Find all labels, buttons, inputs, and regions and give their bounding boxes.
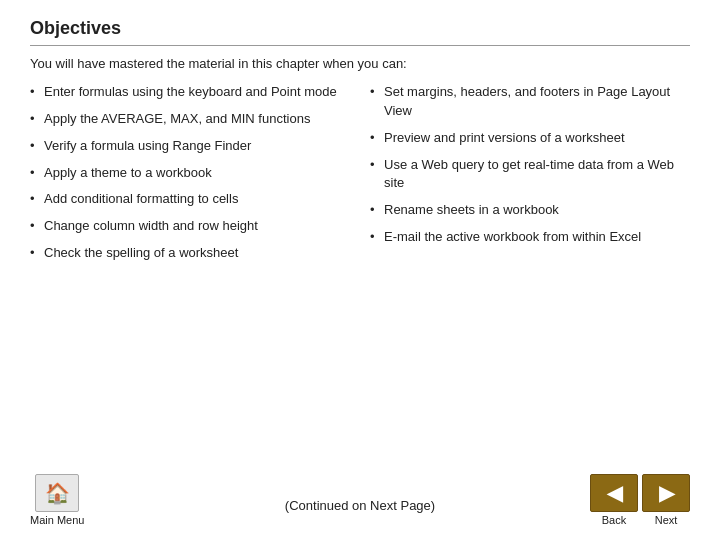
right-list: Set margins, headers, and footers in Pag… [370, 83, 690, 247]
list-item: Use a Web query to get real-time data fr… [370, 156, 690, 194]
list-item: Rename sheets in a workbook [370, 201, 690, 220]
footer: (Continued on Next Page) 🏠 Main Menu ◀ B… [30, 476, 690, 530]
page-title: Objectives [30, 18, 690, 39]
left-column: Enter formulas using the keyboard and Po… [30, 83, 350, 476]
right-column: Set margins, headers, and footers in Pag… [370, 83, 690, 476]
back-label: Back [602, 514, 626, 526]
intro-text: You will have mastered the material in t… [30, 56, 690, 71]
home-icon: 🏠 [45, 481, 70, 505]
list-item: Apply a theme to a workbook [30, 164, 350, 183]
list-item: Preview and print versions of a workshee… [370, 129, 690, 148]
title-divider [30, 45, 690, 46]
left-list: Enter formulas using the keyboard and Po… [30, 83, 350, 263]
page: Objectives You will have mastered the ma… [0, 0, 720, 540]
main-menu-button[interactable]: 🏠 [35, 474, 79, 512]
list-item: Change column width and row height [30, 217, 350, 236]
content-columns: Enter formulas using the keyboard and Po… [30, 83, 690, 476]
next-btn-wrapper: ▶ Next [642, 474, 690, 526]
next-arrow: ▶ [659, 481, 674, 505]
list-item: E-mail the active workbook from within E… [370, 228, 690, 247]
list-item: Apply the AVERAGE, MAX, and MIN function… [30, 110, 350, 129]
list-item: Enter formulas using the keyboard and Po… [30, 83, 350, 102]
nav-buttons: ◀ Back ▶ Next [590, 474, 690, 526]
list-item: Verify a formula using Range Finder [30, 137, 350, 156]
list-item: Set margins, headers, and footers in Pag… [370, 83, 690, 121]
list-item: Check the spelling of a worksheet [30, 244, 350, 263]
next-label: Next [655, 514, 678, 526]
footer-center-text: (Continued on Next Page) [285, 498, 435, 513]
next-button[interactable]: ▶ [642, 474, 690, 512]
main-menu-section: 🏠 Main Menu [30, 474, 84, 526]
main-menu-label: Main Menu [30, 514, 84, 526]
back-arrow: ◀ [607, 481, 622, 505]
list-item: Add conditional formatting to cells [30, 190, 350, 209]
back-btn-wrapper: ◀ Back [590, 474, 638, 526]
back-button[interactable]: ◀ [590, 474, 638, 512]
